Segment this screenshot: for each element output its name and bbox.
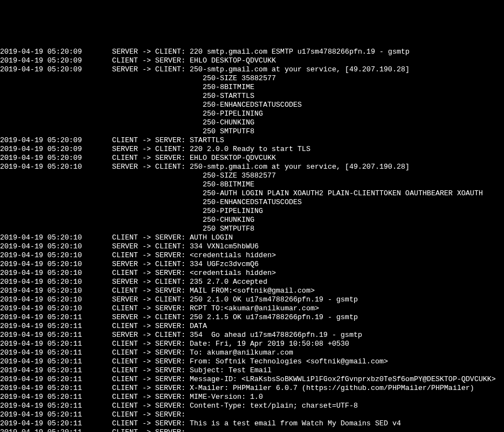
log-line: 2019-04-19 05:20:10 SERVER -> CLIENT: 25… xyxy=(0,295,504,304)
log-continuation-line: 250-PIPELINING xyxy=(0,207,504,216)
log-line: 2019-04-19 05:20:09 CLIENT -> SERVER: ST… xyxy=(0,136,504,145)
log-line: 2019-04-19 05:20:10 CLIENT -> SERVER: AU… xyxy=(0,233,504,242)
log-direction: CLIENT -> SERVER: xyxy=(112,402,190,410)
log-line: 2019-04-19 05:20:11 CLIENT -> SERVER: Su… xyxy=(0,366,504,375)
log-timestamp: 2019-04-19 05:20:11 xyxy=(0,331,82,340)
log-line: 2019-04-19 05:20:10 SERVER -> CLIENT: 33… xyxy=(0,242,504,251)
log-direction: CLIENT -> SERVER: xyxy=(112,136,190,145)
log-continuation-line: 250 SMTPUTF8 xyxy=(0,225,504,233)
log-line: 2019-04-19 05:20:11 CLIENT -> SERVER: xyxy=(0,410,504,419)
log-timestamp: 2019-04-19 05:20:09 xyxy=(0,154,82,163)
log-line: 2019-04-19 05:20:11 CLIENT -> SERVER: To… xyxy=(0,348,504,357)
log-continuation-line: 250-PIPELINING xyxy=(0,110,504,118)
log-line: 2019-04-19 05:20:09 SERVER -> CLIENT: 25… xyxy=(0,65,504,74)
log-message: 250-STARTTLS xyxy=(203,92,255,100)
log-line: 2019-04-19 05:20:10 SERVER -> CLIENT: 33… xyxy=(0,260,504,269)
log-timestamp: 2019-04-19 05:20:10 xyxy=(0,251,82,260)
log-message: 250-SIZE 35882577 xyxy=(203,74,276,82)
log-message: 235 2.7.0 Accepted xyxy=(190,278,267,286)
log-timestamp: 2019-04-19 05:20:10 xyxy=(0,287,82,295)
log-line: 2019-04-19 05:20:11 CLIENT -> SERVER: Th… xyxy=(0,419,504,428)
log-timestamp: 2019-04-19 05:20:10 xyxy=(0,163,82,171)
log-timestamp: 2019-04-19 05:20:11 xyxy=(0,402,82,410)
log-line: 2019-04-19 05:20:10 CLIENT -> SERVER: <c… xyxy=(0,251,504,260)
log-direction: SERVER -> CLIENT: xyxy=(112,295,190,304)
log-message: 250 SMTPUTF8 xyxy=(203,225,255,233)
log-direction: SERVER -> CLIENT: xyxy=(112,313,190,322)
log-direction: SERVER -> CLIENT: xyxy=(112,48,190,56)
log-timestamp: 2019-04-19 05:20:11 xyxy=(0,322,82,331)
log-message: 250-CHUNKING xyxy=(203,118,255,127)
smtp-debug-log: 2019-04-19 05:20:09 SERVER -> CLIENT: 22… xyxy=(0,44,504,432)
log-message: 250-ENHANCEDSTATUSCODES xyxy=(203,101,302,109)
log-direction: CLIENT -> SERVER: xyxy=(112,366,190,375)
log-line: 2019-04-19 05:20:11 CLIENT -> SERVER: Fr… xyxy=(0,357,504,366)
log-message: MIME-Version: 1.0 xyxy=(190,393,263,401)
log-direction: CLIENT -> SERVER: xyxy=(112,322,190,331)
log-line: 2019-04-19 05:20:09 CLIENT -> SERVER: EH… xyxy=(0,56,504,65)
log-message: STARTTLS xyxy=(190,136,224,144)
log-direction: SERVER -> CLIENT: xyxy=(112,163,190,171)
log-line: 2019-04-19 05:20:10 SERVER -> CLIENT: 25… xyxy=(0,163,504,171)
log-message: 354 Go ahead u17sm4788266pfn.19 - gsmtp xyxy=(190,331,362,339)
log-continuation-line: 250 SMTPUTF8 xyxy=(0,127,504,136)
log-timestamp: 2019-04-19 05:20:09 xyxy=(0,145,82,154)
log-line: 2019-04-19 05:20:11 CLIENT -> SERVER: xyxy=(0,428,504,432)
log-line: 2019-04-19 05:20:09 SERVER -> CLIENT: 22… xyxy=(0,145,504,154)
log-timestamp: 2019-04-19 05:20:10 xyxy=(0,269,82,278)
log-line: 2019-04-19 05:20:09 SERVER -> CLIENT: 22… xyxy=(0,48,504,56)
log-message: EHLO DESKTOP-QDVCUKK xyxy=(190,56,276,65)
log-message: 250-smtp.gmail.com at your service, [49.… xyxy=(190,163,410,171)
log-message: 220 2.0.0 Ready to start TLS xyxy=(190,145,310,153)
log-line: 2019-04-19 05:20:11 CLIENT -> SERVER: X-… xyxy=(0,384,504,393)
log-line: 2019-04-19 05:20:11 CLIENT -> SERVER: Da… xyxy=(0,340,504,348)
log-continuation-line: 250-CHUNKING xyxy=(0,216,504,225)
log-continuation-line: 250-SIZE 35882577 xyxy=(0,171,504,180)
log-message: 250-AUTH LOGIN PLAIN XOAUTH2 PLAIN-CLIEN… xyxy=(203,189,483,197)
log-direction: CLIENT -> SERVER: xyxy=(112,56,190,65)
log-continuation-line: 250-8BITMIME xyxy=(0,180,504,189)
log-direction: CLIENT -> SERVER: xyxy=(112,348,190,357)
log-direction: SERVER -> CLIENT: xyxy=(112,242,190,251)
log-message: 250-8BITMIME xyxy=(203,180,255,189)
log-continuation-line: 250-ENHANCEDSTATUSCODES xyxy=(0,198,504,207)
log-continuation-line: 250-8BITMIME xyxy=(0,83,504,92)
log-message: RCPT TO:<akumar@anilkumar.com> xyxy=(190,304,319,313)
log-timestamp: 2019-04-19 05:20:11 xyxy=(0,366,82,375)
log-message: Subject: Test Email xyxy=(190,366,271,374)
log-message: 250-PIPELINING xyxy=(203,110,263,118)
log-message: 250-CHUNKING xyxy=(203,216,255,224)
log-line: 2019-04-19 05:20:09 CLIENT -> SERVER: EH… xyxy=(0,154,504,163)
log-message: AUTH LOGIN xyxy=(190,233,233,242)
log-message: 250-ENHANCEDSTATUSCODES xyxy=(203,198,302,206)
log-message: <credentials hidden> xyxy=(190,251,276,259)
log-message: 220 smtp.gmail.com ESMTP u17sm4788266pfn… xyxy=(190,48,410,56)
log-direction: CLIENT -> SERVER: xyxy=(112,233,190,242)
log-timestamp: 2019-04-19 05:20:11 xyxy=(0,410,82,419)
log-message: 334 UGFzc3dvcmQ6 xyxy=(190,260,259,268)
log-timestamp: 2019-04-19 05:20:11 xyxy=(0,384,82,393)
log-continuation-line: 250-SIZE 35882577 xyxy=(0,74,504,83)
log-continuation-line: 250-CHUNKING xyxy=(0,118,504,127)
log-direction: CLIENT -> SERVER: xyxy=(112,269,190,278)
log-direction: SERVER -> CLIENT: xyxy=(112,65,190,74)
log-continuation-line: 250-ENHANCEDSTATUSCODES xyxy=(0,101,504,110)
log-message: <credentials hidden> xyxy=(190,269,276,277)
log-message: 250-SIZE 35882577 xyxy=(203,171,276,180)
log-message: 250 2.1.0 OK u17sm4788266pfn.19 - gsmtp xyxy=(190,295,358,304)
log-timestamp: 2019-04-19 05:20:09 xyxy=(0,136,82,145)
log-direction: SERVER -> CLIENT: xyxy=(112,278,190,287)
log-timestamp: 2019-04-19 05:20:10 xyxy=(0,260,82,269)
log-message: MAIL FROM:<softnik@gmail.com> xyxy=(190,287,314,295)
log-direction: CLIENT -> SERVER: xyxy=(112,304,190,313)
log-message: 250 SMTPUTF8 xyxy=(203,127,255,136)
log-timestamp: 2019-04-19 05:20:11 xyxy=(0,393,82,402)
log-direction: CLIENT -> SERVER: xyxy=(112,428,190,432)
log-timestamp: 2019-04-19 05:20:10 xyxy=(0,295,82,304)
log-line: 2019-04-19 05:20:11 CLIENT -> SERVER: MI… xyxy=(0,393,504,402)
log-timestamp: 2019-04-19 05:20:10 xyxy=(0,242,82,251)
log-timestamp: 2019-04-19 05:20:10 xyxy=(0,304,82,313)
log-message: To: akumar@anilkumar.com xyxy=(190,348,293,357)
log-timestamp: 2019-04-19 05:20:11 xyxy=(0,340,82,348)
log-timestamp: 2019-04-19 05:20:11 xyxy=(0,428,82,432)
